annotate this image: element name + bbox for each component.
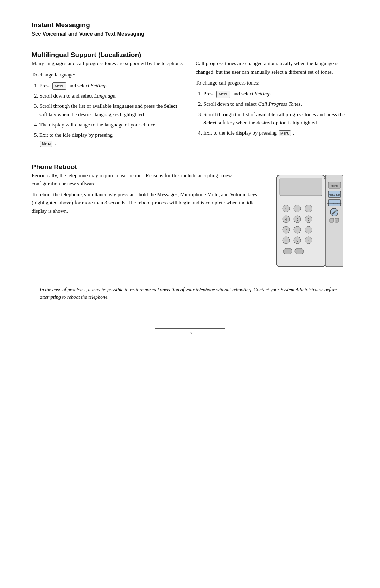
- section-divider-top: [32, 43, 348, 43]
- svg-text:#: #: [308, 239, 309, 242]
- svg-text:6: 6: [308, 218, 309, 221]
- svg-rect-2: [325, 175, 343, 267]
- footer-divider: [155, 328, 225, 329]
- svg-rect-39: [283, 248, 292, 254]
- instant-messaging-section: Instant Messaging See Voicemail and Voic…: [32, 21, 348, 38]
- multilingual-right-col: Call progress tones are changed automati…: [196, 60, 348, 149]
- list-item: Press Menu and select Settings.: [203, 90, 348, 98]
- multilingual-change-tones-label: To change call progress tones:: [196, 79, 348, 87]
- instant-messaging-title: Instant Messaging: [32, 21, 348, 29]
- svg-text:*: *: [285, 239, 287, 242]
- svg-text:0: 0: [296, 239, 298, 242]
- svg-text:5: 5: [296, 218, 298, 221]
- reboot-content: Periodically, the telephone may require …: [32, 172, 348, 274]
- list-item: Scroll through the list of available cal…: [203, 111, 348, 127]
- svg-text:Mess age: Mess age: [329, 193, 340, 196]
- list-item: Scroll through the list of available lan…: [39, 102, 184, 119]
- svg-text:7: 7: [285, 228, 287, 232]
- svg-text:-: -: [331, 219, 332, 222]
- svg-rect-40: [295, 248, 304, 254]
- svg-text:2: 2: [296, 207, 298, 211]
- menu-key-2: Menu: [40, 141, 52, 147]
- multilingual-left-col: Many languages and call progress tones a…: [32, 60, 184, 149]
- menu-key-4: Menu: [279, 130, 291, 137]
- multilingual-left-intro: Many languages and call progress tones a…: [32, 60, 184, 68]
- instant-messaging-subtitle: See Voicemail and Voice and Text Messagi…: [32, 30, 348, 38]
- phone-reboot-title: Phone Reboot: [32, 163, 348, 171]
- multilingual-left-steps: Press Menu and select Settings. Scroll d…: [39, 82, 184, 148]
- menu-key-1: Menu: [52, 82, 66, 90]
- svg-text:4: 4: [285, 218, 287, 221]
- multilingual-right-intro: Call progress tones are changed automati…: [196, 60, 348, 76]
- svg-text:9: 9: [308, 228, 309, 232]
- reboot-note-text: In the case of problems, it may be possi…: [40, 287, 337, 300]
- list-item: The display will change to the language …: [39, 121, 184, 129]
- reboot-para2: To reboot the telephone, simultaneously …: [32, 191, 260, 215]
- phone-diagram: Menu Mess age Do Not Dist urb 🎤 - + 1: [271, 172, 348, 274]
- svg-text:Menu: Menu: [331, 184, 338, 187]
- svg-text:Do Not Dist urb: Do Not Dist urb: [327, 203, 342, 205]
- list-item: Scroll down to and select Call Progress …: [203, 100, 348, 108]
- reboot-text: Periodically, the telephone may require …: [32, 172, 260, 274]
- multilingual-section: Multilingual Support (Localization) Many…: [32, 51, 348, 149]
- multilingual-two-col: Many languages and call progress tones a…: [32, 60, 348, 149]
- list-item: Press Menu and select Settings.: [39, 82, 184, 90]
- multilingual-right-steps: Press Menu and select Settings. Scroll d…: [203, 90, 348, 137]
- phone-svg: Menu Mess age Do Not Dist urb 🎤 - + 1: [273, 172, 347, 274]
- svg-text:3: 3: [308, 207, 309, 211]
- svg-text:8: 8: [296, 228, 298, 232]
- svg-text:⊗: ⊗: [323, 176, 327, 180]
- page-footer: 17: [32, 328, 348, 336]
- reboot-para1: Periodically, the telephone may require …: [32, 172, 260, 188]
- list-item: Exit to the idle display by pressing Men…: [39, 131, 184, 148]
- multilingual-change-language-label: To change language:: [32, 71, 184, 79]
- section-divider-middle: [32, 155, 348, 155]
- svg-text:🎤: 🎤: [332, 209, 337, 215]
- svg-text:+: +: [336, 219, 337, 222]
- menu-key-3: Menu: [216, 91, 230, 98]
- reboot-note-box: In the case of problems, it may be possi…: [32, 280, 348, 307]
- multilingual-title: Multilingual Support (Localization): [32, 51, 348, 59]
- page-number: 17: [188, 331, 192, 336]
- svg-text:1: 1: [285, 207, 287, 211]
- svg-rect-1: [280, 178, 322, 196]
- list-item: Scroll down to and select Language.: [39, 92, 184, 100]
- list-item: Exit to the idle display by pressing Men…: [203, 129, 348, 137]
- phone-reboot-section: Phone Reboot Periodically, the telephone…: [32, 163, 348, 307]
